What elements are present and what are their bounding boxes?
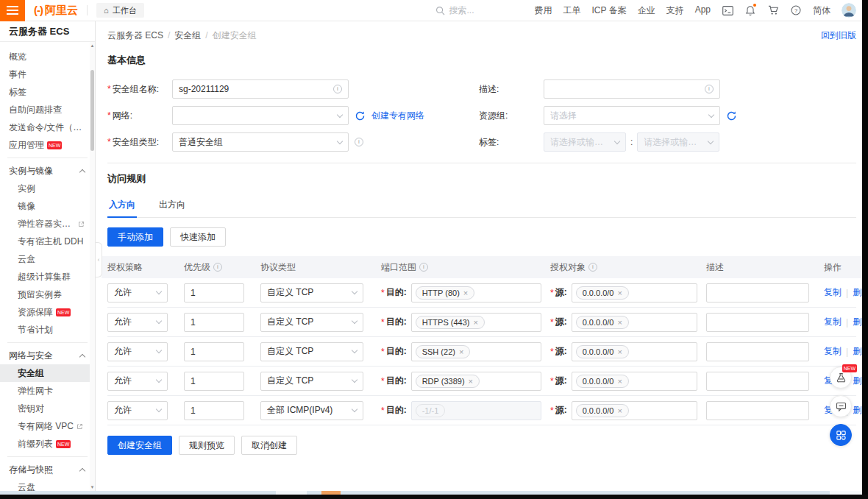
remove-tag-icon[interactable]: × [618,406,622,415]
sidebar-item[interactable]: 标签 [0,83,95,101]
copy-link[interactable]: 复制 [824,286,842,299]
alibaba-cloud-logo[interactable]: (-) 阿里云 [34,4,78,18]
port-range-input[interactable]: HTTPS (443)× [411,313,541,332]
sidebar-item-security-groups[interactable]: 安全组 [0,364,95,382]
port-range-input[interactable]: RDP (3389)× [411,372,541,391]
policy-select[interactable]: 允许 [107,283,168,302]
port-range-input[interactable]: HTTP (80)× [411,283,541,302]
remove-tag-icon[interactable]: × [463,289,468,297]
description-field[interactable] [550,84,705,94]
protocol-select[interactable]: 自定义 TCP [260,313,363,332]
tag-key-select[interactable]: 请选择或输入完整的... [544,132,626,152]
menu-icon[interactable] [0,0,25,21]
apps-panel-button[interactable] [830,424,852,446]
protocol-select[interactable]: 自定义 TCP [260,372,363,391]
create-security-group-button[interactable]: 创建安全组 [107,436,172,455]
remove-tag-icon[interactable]: × [618,318,622,327]
language-switch[interactable]: 简体 [813,4,830,17]
policy-select[interactable]: 允许 [107,313,168,332]
refresh-icon[interactable] [726,110,737,121]
sidebar-item[interactable]: 发送命令/文件（云助手） [0,118,95,136]
network-select[interactable] [172,106,349,125]
sidebar-item[interactable]: 云盘 [0,478,95,491]
scrollbar-thumb[interactable] [90,70,94,151]
topnav-item[interactable]: ICP 备案 [592,4,627,17]
sidebar-item[interactable]: 镜像 [0,197,95,215]
sidebar-scrollbar[interactable]: ▲ ▼ [90,42,95,491]
sidebar-item[interactable]: 自助问题排查 [0,101,95,118]
remove-tag-icon[interactable]: × [618,289,622,297]
breadcrumb-item[interactable]: 安全组 [174,30,201,40]
description-input[interactable]: i [544,79,720,99]
help-icon[interactable]: ? [790,4,802,16]
source-input[interactable]: 0.0.0.0/0× [572,372,697,391]
source-input[interactable]: 0.0.0.0/0× [572,313,697,332]
remove-tag-icon[interactable]: × [469,377,473,386]
console-icon[interactable] [722,4,733,16]
avatar[interactable] [842,3,856,18]
protocol-select[interactable]: 自定义 TCP [260,342,363,361]
copy-link[interactable]: 复制 [824,345,842,358]
breadcrumb-item[interactable]: 云服务器 ECS [107,30,163,40]
remove-tag-icon[interactable]: × [473,318,477,327]
rule-description-input[interactable] [706,342,809,361]
topnav-item[interactable]: 企业 [638,4,655,17]
tag-value-select[interactable]: 请选择或输入完整的... [637,132,719,152]
topnav-item[interactable]: 费用 [535,4,552,17]
remove-tag-icon[interactable]: × [618,347,622,356]
sidebar-item[interactable]: 预留实例券 [0,286,95,303]
source-input[interactable]: 0.0.0.0/0× [572,342,697,361]
sidebar-section[interactable]: 网络与安全 [0,347,95,364]
port-range-input[interactable]: SSH (22)× [411,342,541,361]
source-input[interactable]: 0.0.0.0/0× [572,401,697,420]
security-group-name-field[interactable] [179,84,333,94]
sidebar-item[interactable]: 实例 [0,180,95,197]
beaker-button[interactable]: NEW [830,367,852,389]
policy-select[interactable]: 允许 [107,401,168,420]
remove-tag-icon[interactable]: × [459,347,463,356]
sidebar-collapse-handle[interactable]: ‹ [96,242,102,277]
source-input[interactable]: 0.0.0.0/0× [572,283,697,302]
notification-bell-icon[interactable] [744,4,756,16]
security-group-type-select[interactable]: 普通安全组 [172,132,349,152]
cancel-create-button[interactable]: 取消创建 [241,436,297,455]
scroll-up-arrow-icon[interactable]: ▲ [90,43,95,48]
resource-group-select[interactable]: 请选择 [544,106,720,125]
sidebar-item[interactable]: 专有宿主机 DDH [0,233,95,250]
rule-description-input[interactable] [706,283,809,302]
copy-link[interactable]: 复制 [824,316,842,328]
rule-description-input[interactable] [706,401,809,420]
manual-add-button[interactable]: 手动添加 [107,227,163,247]
sidebar-item[interactable]: 应用管理NEW [0,136,95,154]
search-input[interactable]: 搜索... [435,4,524,17]
sidebar-item[interactable]: 概览 [0,48,95,66]
protocol-select[interactable]: 全部 ICMP(IPv4) [260,401,363,420]
priority-input[interactable] [184,372,244,391]
back-to-old-version-link[interactable]: 回到旧版 [821,29,856,42]
feedback-button[interactable] [830,395,852,417]
quick-add-button[interactable]: 快速添加 [170,227,226,247]
sidebar-item[interactable]: 节省计划 [0,321,95,339]
policy-select[interactable]: 允许 [107,342,168,361]
port-range-input[interactable]: -1/-1 [411,401,541,420]
scroll-down-arrow-icon[interactable]: ▼ [90,485,95,489]
refresh-icon[interactable] [355,110,366,121]
sidebar-item[interactable]: 云盒 [0,250,95,268]
priority-input[interactable] [184,313,244,332]
security-group-name-input[interactable]: i [172,79,349,99]
create-vpc-link[interactable]: 创建专有网络 [371,110,424,122]
sidebar-item[interactable]: 前缀列表NEW [0,435,95,453]
sidebar-section[interactable]: 实例与镜像 [0,162,95,180]
cart-icon[interactable] [767,4,779,16]
topnav-item[interactable]: App [695,4,711,17]
tab-inbound[interactable]: 入方向 [107,194,137,217]
topnav-item[interactable]: 工单 [563,4,581,17]
sidebar-item[interactable]: 弹性容器实例 ECI [0,215,95,233]
rule-preview-button[interactable]: 规则预览 [179,436,235,455]
priority-input[interactable] [184,401,244,420]
sidebar-item[interactable]: 密钥对 [0,400,95,417]
protocol-select[interactable]: 自定义 TCP [260,283,363,302]
remove-tag-icon[interactable]: × [618,377,622,386]
sidebar-item[interactable]: 超级计算集群 [0,268,95,286]
topnav-item[interactable]: 支持 [666,4,684,17]
